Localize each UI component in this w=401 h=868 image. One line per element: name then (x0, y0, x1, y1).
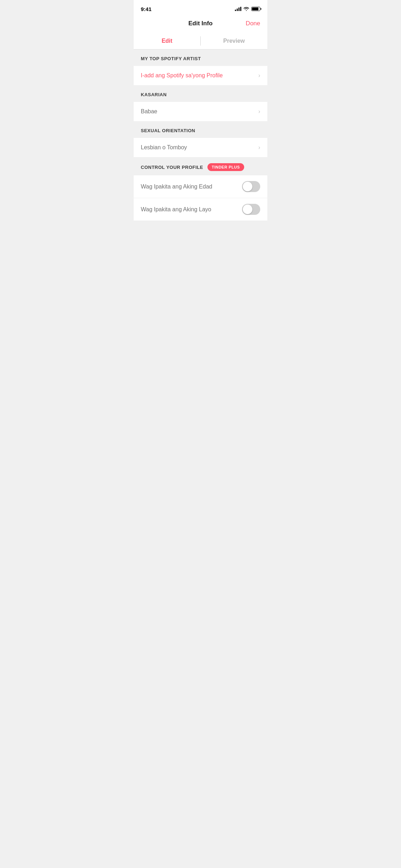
tab-preview[interactable]: Preview (201, 33, 267, 49)
section-header-sexual-orientation: SEXUAL ORIENTATION (134, 122, 267, 138)
toggle-knob (243, 182, 252, 191)
gender-text: Babae (141, 108, 157, 115)
section-title-kasarian: KASARIAN (141, 92, 167, 97)
done-button[interactable]: Done (246, 20, 260, 27)
page-title: Edit Info (189, 20, 213, 27)
status-time: 9:41 (141, 6, 151, 12)
orientation-item[interactable]: Lesbian o Tomboy › (134, 138, 267, 157)
signal-icon (235, 7, 241, 11)
bottom-space (134, 221, 267, 328)
section-title-sexual-orientation: SEXUAL ORIENTATION (141, 128, 195, 133)
hide-distance-toggle-item: Wag Ipakita ang Aking Layo (134, 198, 267, 221)
tinder-plus-badge: TINDER PLUS (207, 163, 244, 171)
spotify-link-text: I-add ang Spotify sa'yong Profile (141, 72, 223, 79)
status-bar: 9:41 (134, 0, 267, 16)
hide-age-toggle-item: Wag Ipakita ang Aking Edad (134, 175, 267, 198)
nav-header: Edit Info Done (134, 16, 267, 33)
toggle-knob (243, 205, 252, 214)
gender-item[interactable]: Babae › (134, 102, 267, 122)
spotify-link-item[interactable]: I-add ang Spotify sa'yong Profile › (134, 66, 267, 86)
hide-age-label: Wag Ipakita ang Aking Edad (141, 184, 212, 190)
hide-age-toggle[interactable] (242, 181, 260, 192)
section-header-kasarian: KASARIAN (134, 86, 267, 102)
hide-distance-label: Wag Ipakita ang Aking Layo (141, 206, 211, 213)
section-header-spotify: MY TOP SPOTIFY ARTIST (134, 50, 267, 66)
tab-bar: Edit Preview (134, 33, 267, 50)
section-title-spotify: MY TOP SPOTIFY ARTIST (141, 56, 201, 61)
wifi-icon (243, 7, 249, 11)
chevron-icon: › (258, 108, 260, 115)
tab-edit[interactable]: Edit (134, 33, 200, 49)
chevron-icon: › (258, 72, 260, 79)
status-icons (235, 7, 260, 11)
chevron-icon: › (258, 144, 260, 151)
hide-distance-toggle[interactable] (242, 204, 260, 215)
section-title-control-profile: CONTROL YOUR PROFILE (141, 165, 203, 170)
orientation-text: Lesbian o Tomboy (141, 144, 187, 151)
section-header-control-profile: CONTROL YOUR PROFILE TINDER PLUS (134, 157, 267, 175)
battery-icon (251, 7, 260, 11)
